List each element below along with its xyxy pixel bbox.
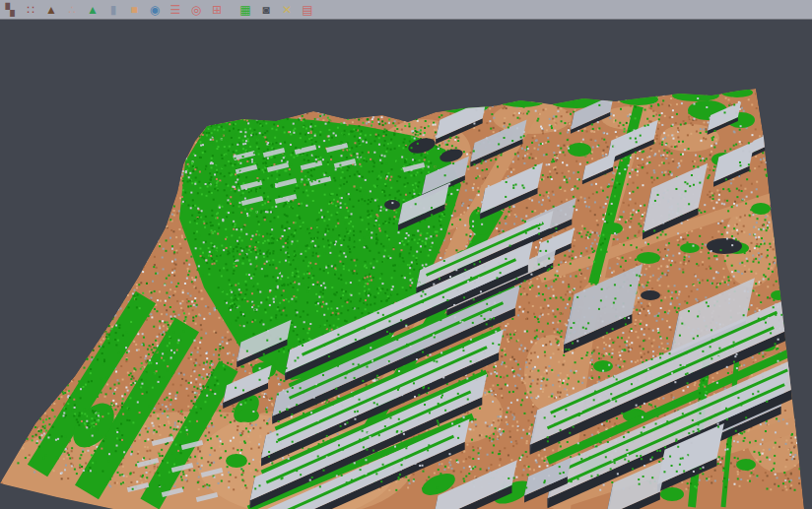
- target-icon[interactable]: ◎: [188, 2, 204, 18]
- dsm-icon[interactable]: ■: [126, 2, 142, 18]
- flag-icon[interactable]: ▤: [300, 2, 315, 18]
- sparse-points-icon[interactable]: ∴: [64, 2, 80, 18]
- viewport-3d[interactable]: [0, 20, 812, 509]
- camera-icon[interactable]: ◙: [258, 2, 274, 18]
- mountain-icon[interactable]: ▲: [43, 2, 59, 18]
- app-palette-icon[interactable]: ▚: [2, 2, 18, 18]
- classification-icon[interactable]: ▦: [237, 2, 253, 18]
- main-toolbar: ▚∷▲∴▲▮■◉☰◎⊞▦◙✕▤: [0, 0, 812, 20]
- measure-icon[interactable]: ✕: [279, 2, 295, 18]
- globe-icon[interactable]: ◉: [147, 2, 163, 18]
- terrain-icon[interactable]: ▲: [85, 2, 101, 18]
- crop-box-icon[interactable]: ⊞: [209, 2, 225, 18]
- layers-icon[interactable]: ☰: [168, 2, 183, 18]
- application-window: ▚∷▲∴▲▮■◉☰◎⊞▦◙✕▤: [0, 0, 812, 509]
- scatter-points-icon[interactable]: ∷: [23, 2, 38, 18]
- panel-icon[interactable]: ▮: [105, 2, 121, 18]
